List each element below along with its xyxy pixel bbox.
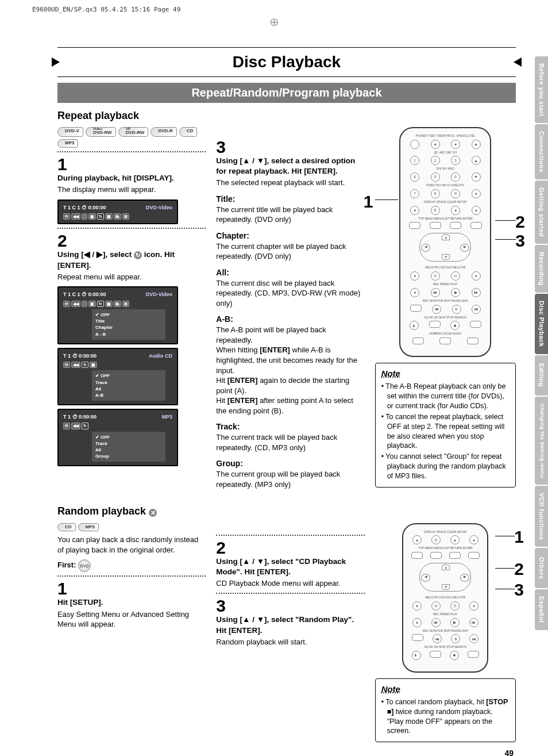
section-subtitle: Repeat/Random/Program playback (57, 83, 516, 103)
osd-step1: T 1 C 1 ⏱ 0:00:00DVD-Video ⟳◀◀□▣↻▦㎒⊞ (57, 199, 178, 225)
badge-dvd-r: DVD-R (150, 127, 176, 137)
crop-mark-top: ⊕ (0, 14, 548, 30)
note-item: To cancel the repeat playback, select OF… (381, 412, 510, 451)
option-heading: Chapter: (216, 231, 364, 241)
random-heading: Random playback ⤮ (57, 504, 516, 518)
option-heading: All: (216, 267, 364, 278)
remote-full: POWER T-SET TIMER PROG. OPEN/CLOSE ●●▲ @… (399, 127, 491, 357)
random-step1-head: Hit [SETUP]. (57, 597, 206, 608)
option-heading: A-B: (216, 314, 364, 325)
rand-callout-1: 1 (514, 525, 524, 549)
repeat-heading: Repeat playback (57, 109, 516, 122)
osd-dvd-video: T 1 C 1 ⏱ 0:00:00DVD-Video ⟳◀◀□▣↻▦㎒⊞ OFF… (57, 286, 178, 344)
rand-callout-2: 2 (514, 558, 524, 581)
random-step-num-2: 2 (216, 539, 364, 557)
step-num-1: 1 (57, 156, 206, 173)
note-item: You cannot select "Group" for repeat pla… (381, 452, 510, 481)
disc-badges-random: CD MP3 (57, 523, 206, 532)
remote-partial: DISPLAY SPACE CLEAR SETUP ●0●● TOP MENU … (402, 523, 488, 673)
step3-body: The selected repeat playback will start. (216, 178, 364, 188)
disc-badges-repeat: DVD-V VideoDVD-RW VRDVD-RW DVD-R CD MP3 (57, 127, 206, 148)
badge-mp3: MP3 (57, 139, 78, 148)
badge-cd-2: CD (57, 523, 76, 532)
step-num-2: 2 (57, 232, 206, 250)
step1-head: During playback, hit [DISPLAY]. (57, 173, 206, 183)
page-title: Disc Playback (57, 47, 516, 77)
badge-mp3-2: MP3 (78, 523, 99, 532)
callout-3: 3 (515, 229, 525, 253)
osd-audio-cd: T 1 ⏱ 0:00:00Audio CD ⟳◀◀↻▦ OFFTrackAllA… (57, 348, 178, 405)
remote-diagram-repeat: POWER T-SET TIMER PROG. OPEN/CLOSE ●●▲ @… (375, 127, 516, 357)
random-step-num-3: 3 (216, 597, 364, 615)
option-body: The current disc will be played back rep… (216, 278, 364, 309)
random-step3-head: Using [▲ / ▼], select "Random Play". Hit… (216, 615, 364, 635)
random-intro: You can play back a disc randomly instea… (57, 535, 206, 555)
step3-head: Using [▲ / ▼], select a desired option f… (216, 156, 364, 176)
remote-diagram-random: DISPLAY SPACE CLEAR SETUP ●0●● TOP MENU … (375, 523, 516, 673)
note-random: Note To cancel random playback, hit [STO… (375, 678, 516, 743)
page-number: 49 (57, 748, 516, 756)
random-col3: DISPLAY SPACE CLEAR SETUP ●0●● TOP MENU … (375, 523, 516, 743)
note-item: The A-B Repeat playback can only be set … (381, 382, 510, 411)
first-label: First: (57, 561, 76, 570)
random-step3-body: Random playback will start. (216, 637, 364, 647)
note-title-2: Note (381, 684, 510, 695)
random-step2-body: CD Playback Mode menu will appear. (216, 578, 364, 589)
osd-mp3: T 1 ⏱ 0:00:00MP3 ⟳◀◀↻ OFFTrackAllGroup (57, 409, 178, 466)
option-heading: Track: (216, 421, 364, 432)
note-item: To cancel random playback, hit [STOP ■] … (381, 697, 510, 736)
step-num-3: 3 (216, 139, 364, 156)
random-col1: CD MP3 You can play back a disc randomly… (57, 523, 206, 743)
random-step-num-1: 1 (57, 580, 206, 597)
rand-callout-3: 3 (514, 578, 524, 602)
step2-head: Using [◀ / ▶], select ↻ icon. Hit [ENTER… (57, 250, 206, 270)
badge-dvd-rw-video: VideoDVD-RW (86, 127, 116, 137)
option-body: The current title will be played back re… (216, 205, 364, 225)
option-heading: Group: (216, 458, 364, 469)
random-icon: ⤮ (149, 509, 157, 517)
step1-body: The display menu will appear. (57, 185, 206, 195)
note-repeat: Note The A-B Repeat playback can only be… (375, 363, 516, 488)
random-step2-head: Using [▲ / ▼], select "CD Playback Mode"… (216, 557, 364, 577)
random-col2: 2 Using [▲ / ▼], select "CD Playback Mod… (216, 523, 364, 743)
option-body: The current group will be played back re… (216, 469, 364, 489)
repeat-col2: 3 Using [▲ / ▼], select a desired option… (216, 127, 364, 494)
repeat-col1: DVD-V VideoDVD-RW VRDVD-RW DVD-R CD MP3 … (57, 127, 206, 494)
option-body: The current track will be played back re… (216, 432, 364, 452)
repeat-col3: POWER T-SET TIMER PROG. OPEN/CLOSE ●●▲ @… (375, 127, 516, 494)
option-body: The A-B point will be played back repeat… (216, 325, 364, 416)
page: Disc Playback Repeat/Random/Program play… (0, 30, 548, 756)
badge-dvd-rw-vr: VRDVD-RW (118, 127, 149, 137)
badge-dvd-v: DVD-V (57, 127, 83, 137)
random-step1-body: Easy Setting Menu or Advanced Setting Me… (57, 609, 206, 630)
badge-cd: CD (179, 127, 198, 137)
option-body: The current chapter will be played back … (216, 241, 364, 262)
stop-disc-icon: DVD (78, 559, 91, 572)
option-heading: Title: (216, 194, 364, 205)
step2-body: Repeat menu will appear. (57, 272, 206, 282)
repeat-icon: ↻ (134, 251, 142, 259)
callout-1: 1 (364, 190, 373, 214)
note-title: Note (381, 368, 510, 379)
